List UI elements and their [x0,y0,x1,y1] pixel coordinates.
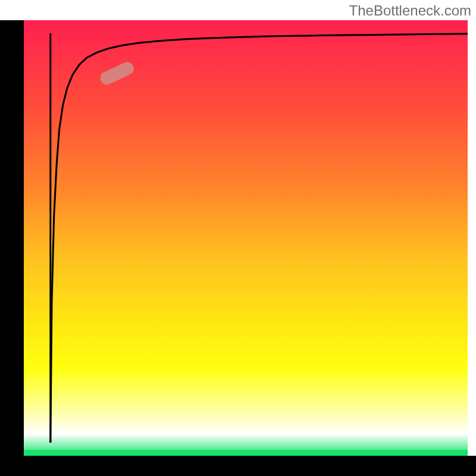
chart-root: TheBottleneck.com [0,0,476,476]
green-strip [24,450,468,456]
y-axis-bar [0,20,24,476]
plot-background [24,20,468,456]
x-axis-bar [0,456,476,476]
attribution-text: TheBottleneck.com [349,2,471,19]
chart-svg [0,0,476,476]
